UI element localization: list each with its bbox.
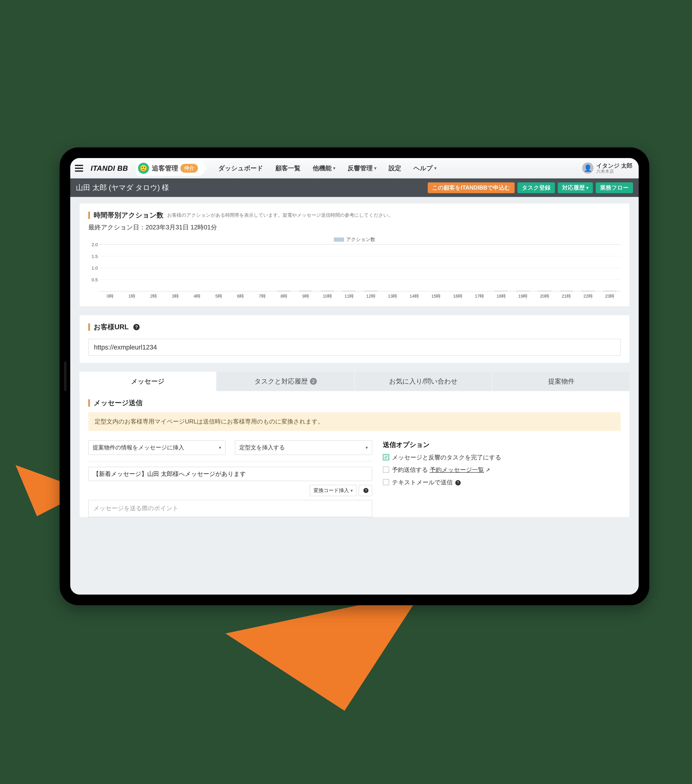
module-badge: 仲介 (180, 164, 198, 173)
opt-complete-label: メッセージと反響のタスクを完了にする (392, 453, 501, 461)
customer-url-card: お客様URL ? (79, 315, 629, 363)
tab-proposal[interactable]: 提案物件 (493, 372, 629, 391)
customer-name: 山田 太郎 (ヤマダ タロウ) 様 (76, 183, 169, 193)
legend-swatch (334, 237, 344, 242)
tab-message[interactable]: メッセージ (79, 372, 216, 391)
insert-property-label: 提案物件の情報をメッセージに挿入 (93, 444, 184, 451)
decorative-triangle-bottom (226, 592, 443, 731)
chevron-down-icon: ▾ (366, 445, 368, 450)
hourly-subtitle: お客様のアクションがある時間帯を表示しています。架電やメッセージ送信時間の参考に… (167, 212, 393, 218)
nav-help[interactable]: ヘルプ ▾ (409, 161, 441, 175)
chevron-down-icon: ▾ (374, 166, 376, 171)
external-link-icon: ↗ (486, 467, 490, 473)
tab-task-label: タスクと対応履歴 (254, 377, 308, 386)
message-panel: メッセージ送信 定型文内のお客様専用マイページURLは送信時にお客様専用のものに… (79, 391, 629, 517)
chevron-down-icon: ▾ (586, 185, 588, 190)
chevron-down-icon: ▾ (351, 488, 353, 493)
help-icon[interactable]: ? (133, 324, 140, 330)
top-nav: ITANDI BB 🙂 追客管理 仲介 ダッシュボード 顧客一覧 他機能 ▾ 反… (70, 158, 639, 178)
insert-code-label: 変換コード挿入 (313, 487, 349, 494)
workflow-button[interactable]: 業務フロー (596, 182, 633, 193)
insert-template-label: 定型文を挿入する (239, 444, 285, 451)
user-name: イタンジ 太郎 (596, 163, 633, 169)
nav-other[interactable]: 他機能 ▾ (308, 161, 340, 175)
chevron-down-icon: ▾ (333, 166, 335, 171)
tab-task[interactable]: タスクと対応履歴 2 (217, 372, 354, 391)
last-action-text: 最終アクション日：2023年3月31日 12時01分 (88, 223, 621, 232)
customer-subheader: 山田 太郎 (ヤマダ タロウ) 様 この顧客をITANDIBBで申込む タスク登… (70, 178, 639, 197)
apply-button[interactable]: この顧客をITANDIBBで申込む (428, 182, 515, 193)
subject-input[interactable] (88, 467, 372, 481)
insert-template-select[interactable]: 定型文を挿入する ▾ (235, 440, 372, 455)
checkbox-icon (383, 466, 389, 473)
nav-dashboard[interactable]: ダッシュボード (214, 161, 268, 175)
checkbox-icon (383, 479, 389, 485)
nav-help-label: ヘルプ (414, 164, 433, 173)
module-chip[interactable]: 🙂 追客管理 仲介 (137, 161, 201, 176)
opt-textmail-label: テキストメールで送信 (392, 479, 453, 486)
user-shop: 六本木店 (596, 169, 633, 174)
send-options: 送信オプション ✓ メッセージと反響のタスクを完了にする 予約送信する 予約メッ… (383, 440, 621, 517)
insert-property-select[interactable]: 提案物件の情報をメッセージに挿入 ▾ (88, 440, 226, 455)
app-screen: ITANDI BB 🙂 追客管理 仲介 ダッシュボード 顧客一覧 他機能 ▾ 反… (70, 158, 639, 595)
opt-complete[interactable]: ✓ メッセージと反響のタスクを完了にする (383, 453, 621, 461)
module-name: 追客管理 (152, 164, 178, 173)
hourly-chart: アクション数 2.01.51.00.5 0時1時2時3時4時5時6時7時8時9時… (88, 236, 621, 299)
nav-customers[interactable]: 顧客一覧 (271, 161, 305, 175)
compose-left: 提案物件の情報をメッセージに挿入 ▾ 定型文を挿入する ▾ (88, 440, 372, 517)
task-count-badge: 2 (310, 378, 317, 385)
nav-settings[interactable]: 設定 (384, 161, 406, 175)
url-title: お客様URL ? (88, 322, 621, 332)
help-code-button[interactable]: ? (359, 485, 372, 496)
send-options-title: 送信オプション (383, 440, 621, 449)
module-icon: 🙂 (138, 163, 149, 174)
menu-icon[interactable] (74, 163, 84, 173)
tablet-home-indicator (64, 361, 66, 391)
chart-x-labels: 0時1時2時3時4時5時6時7時8時9時10時11時12時13時14時15時16… (99, 293, 621, 299)
hourly-action-card: 時間帯別アクション数 お客様のアクションがある時間帯を表示しています。架電やメッ… (79, 203, 629, 306)
hourly-title-text: 時間帯別アクション数 (94, 211, 163, 220)
nav-reaction-label: 反響管理 (348, 164, 373, 173)
customer-url-input[interactable] (88, 339, 621, 356)
legend-label: アクション数 (346, 236, 375, 243)
help-icon: ? (363, 488, 368, 493)
chevron-down-icon: ▾ (219, 445, 221, 450)
msg-title: メッセージ送信 (88, 398, 621, 407)
tab-favorite[interactable]: お気に入り/問い合わせ (355, 372, 492, 391)
opt-schedule-label: 予約送信する (392, 466, 428, 473)
msg-notice: 定型文内のお客様専用マイページURLは送信時にお客様専用のものに変換されます。 (88, 412, 621, 431)
history-button-label: 対応履歴 (562, 184, 585, 192)
chevron-down-icon: ▾ (434, 166, 437, 171)
nav-reaction[interactable]: 反響管理 ▾ (343, 161, 381, 175)
brand-logo: ITANDI BB (91, 164, 128, 173)
insert-code-button[interactable]: 変換コード挿入 ▾ (310, 485, 356, 496)
opt-textmail[interactable]: テキストメールで送信 ? (383, 478, 621, 486)
detail-tabs: メッセージ タスクと対応履歴 2 お気に入り/問い合わせ 提案物件 (79, 372, 629, 391)
checkbox-icon: ✓ (383, 454, 389, 460)
msg-title-text: メッセージ送信 (94, 398, 143, 407)
nav-items: ダッシュボード 顧客一覧 他機能 ▾ 反響管理 ▾ 設定 ヘルプ ▾ (214, 161, 441, 175)
history-button[interactable]: 対応履歴 ▾ (558, 182, 593, 193)
opt-schedule[interactable]: 予約送信する 予約メッセージ一覧 ↗ (383, 466, 621, 474)
task-register-button[interactable]: タスク登録 (517, 182, 555, 193)
chart-bars (99, 244, 621, 291)
schedule-list-link[interactable]: 予約メッセージ一覧 (430, 466, 484, 473)
tablet-frame: ITANDI BB 🙂 追客管理 仲介 ダッシュボード 顧客一覧 他機能 ▾ 反… (59, 147, 649, 605)
divider (88, 461, 372, 461)
content-scroll[interactable]: 時間帯別アクション数 お客様のアクションがある時間帯を表示しています。架電やメッ… (70, 197, 639, 595)
url-title-text: お客様URL (94, 322, 129, 332)
help-icon[interactable]: ? (455, 480, 461, 486)
user-menu[interactable]: 👤 イタンジ 太郎 六本木店 (582, 163, 633, 174)
chart-y-labels: 2.01.51.00.5 (88, 242, 98, 289)
avatar-icon: 👤 (582, 163, 593, 174)
message-body-input[interactable]: メッセージを送る際のポイント (88, 500, 372, 517)
chart-legend: アクション数 (88, 236, 621, 243)
hourly-title: 時間帯別アクション数 お客様のアクションがある時間帯を表示しています。架電やメッ… (88, 211, 621, 220)
nav-other-label: 他機能 (313, 164, 331, 173)
